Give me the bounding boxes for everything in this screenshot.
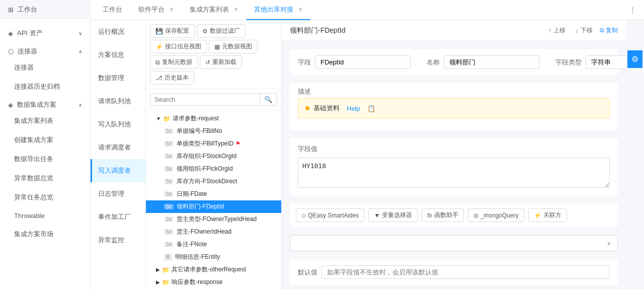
sidebar-item-create-integration[interactable]: 创建集成方案	[0, 130, 90, 150]
name-input[interactable]	[444, 55, 539, 69]
func-icon: fx	[427, 212, 432, 219]
connector-icon: ⬡	[8, 48, 14, 55]
tabs-more-button[interactable]: ⋮	[625, 6, 640, 14]
tab-software[interactable]: 软件平台 ✕	[130, 0, 182, 20]
desc-row: 基础资料 Help 📋	[298, 98, 610, 118]
sidebar-item-api-assets[interactable]: ◈ API 资产 ∨	[0, 24, 90, 43]
qeasy-button[interactable]: ◇ QEasy SmartAides	[296, 208, 364, 222]
reload-button[interactable]: ↺ 重新加载	[200, 55, 242, 69]
tree-node-fbillno[interactable]: Str 单据编号-FBillNo	[146, 125, 281, 137]
copy-meta-button[interactable]: ⧉ 复制元数据	[150, 55, 198, 69]
node-label: 单据类型-FBillTypeID	[177, 139, 233, 148]
form-area: 字段 名称 字段类型	[282, 41, 626, 289]
tree-node-fpickorgid[interactable]: Str 领用组织-FPickOrgId	[146, 163, 281, 175]
sidebar-item-connector-history[interactable]: 连接器历史归档	[0, 77, 90, 96]
tree-node-response[interactable]: ▶ 📁 响应参数-response	[146, 276, 281, 288]
search-input[interactable]	[150, 93, 260, 106]
history-button[interactable]: ⎇ 历史版本	[150, 71, 194, 85]
tree-node-fstockorgid[interactable]: Str 库存组织-FStockOrgId	[146, 150, 281, 163]
type-badge-str: Str	[164, 229, 174, 235]
detail-actions: ↑ 上移 ↓ 下移 ⧉ 复制	[545, 25, 618, 36]
func-helper-button[interactable]: fx 函数助手	[422, 208, 463, 222]
dropdown-row[interactable]: ∨	[290, 235, 618, 251]
folder-icon: 📁	[163, 115, 171, 122]
type-badge-str: Str	[164, 141, 174, 147]
sidebar-item-workbench[interactable]: ⊞ 工作台	[0, 0, 90, 19]
history-label: 历史版本	[165, 74, 189, 82]
default-input[interactable]	[321, 265, 610, 279]
tree-node-fowneridhead[interactable]: Str 货主-FOwnerIdHead	[146, 226, 281, 238]
api-view-button[interactable]: ⚡ 接口信息视图	[150, 40, 207, 53]
data-filter-button[interactable]: ⚙ 数据过滤厂	[197, 24, 246, 38]
meta-view-button[interactable]: ▦ 元数据视图	[209, 40, 258, 53]
value-textarea[interactable]: HY1018	[298, 158, 610, 188]
related-button[interactable]: ⚡ 关联方	[528, 208, 567, 222]
search-button[interactable]: 🔍	[260, 93, 277, 106]
sidebar-item-exception-overview[interactable]: 异常数据总览	[0, 169, 90, 188]
reload-label: 重新加载	[212, 58, 236, 66]
tree-node-fdate[interactable]: Str 日期-FDate	[146, 188, 281, 200]
main-area: 工作台 软件平台 ✕ 集成方案列表 ✕ 其他出库对接 ✕ ⋮ 运行概况	[91, 0, 644, 289]
tree-node-fnote[interactable]: Str 备注-FNote	[146, 238, 281, 251]
up-icon: ↑	[548, 27, 551, 34]
sidebar-item-connectors[interactable]: ⬡ 连接器 ∧	[0, 43, 90, 58]
nav-plan-info[interactable]: 方案信息	[91, 43, 145, 66]
save-config-button[interactable]: 💾 保存配置	[150, 24, 195, 38]
settings-button[interactable]: ⚙	[627, 50, 642, 68]
tree-node-fdeptid[interactable]: Str 领料部门-FDeptId	[146, 200, 281, 213]
variable-button[interactable]: ▼ 变量选择器	[368, 208, 418, 222]
down-button[interactable]: ↓ 下移	[573, 25, 596, 36]
sidebar-item-exception-tasks[interactable]: 异常任务总览	[0, 188, 90, 207]
nav-log-mgmt[interactable]: 日志管理	[91, 182, 145, 205]
sidebar-exception-tasks-label: 异常任务总览	[14, 193, 53, 202]
type-label: 字段类型	[555, 58, 582, 67]
field-input[interactable]	[315, 55, 411, 69]
sidebar-item-integration-list[interactable]: 集成方案列表	[0, 111, 90, 130]
nav-event-factory[interactable]: 事件加工厂	[91, 205, 145, 229]
node-label: 日期-FDate	[177, 190, 207, 198]
tree-node-request-params[interactable]: ▼ 📁 请求参数-request	[146, 112, 281, 125]
mongo-query-button[interactable]: ◎ _mongoQuery	[468, 208, 524, 222]
type-badge-str: Str	[164, 204, 174, 209]
help-link[interactable]: Help	[347, 105, 360, 112]
node-label: 明细信息-FEntity	[175, 253, 220, 261]
sidebar-item-data-export[interactable]: 数据导出任务	[0, 150, 90, 169]
sidebar-marketplace-label: 集成方案市场	[14, 230, 53, 239]
sidebar-item-connector-sub[interactable]: 连接器	[0, 58, 90, 77]
tab-integration-list[interactable]: 集成方案列表 ✕	[182, 0, 246, 20]
up-button[interactable]: ↑ 上移	[545, 25, 569, 36]
nav-log-mgmt-label: 日志管理	[98, 190, 124, 197]
nav-request-queue[interactable]: 请求队列池	[91, 90, 145, 113]
tab-integration-list-close[interactable]: ✕	[234, 7, 238, 12]
nav-exception-monitor[interactable]: 异常监控	[91, 229, 145, 252]
qeasy-label: QEasy SmartAides	[308, 212, 359, 219]
api-view-label: 接口信息视图	[165, 42, 201, 51]
sidebar-item-data-integration[interactable]: ◈ 数据集成方案 ∧	[0, 96, 90, 111]
tab-other-db-close[interactable]: ✕	[298, 7, 302, 12]
nav-event-factory-label: 事件加工厂	[98, 213, 131, 221]
tree-node-fentity[interactable]: 围 明细信息-FEntity	[146, 251, 281, 263]
sidebar-item-marketplace[interactable]: 集成方案市场	[0, 225, 90, 244]
tab-other-db[interactable]: 其他出库对接 ✕	[246, 0, 310, 20]
nav-run-overview-label: 运行概况	[98, 28, 124, 35]
desc-copy-icon[interactable]: 📋	[367, 105, 375, 112]
nav-data-mgmt[interactable]: 数据管理	[91, 66, 145, 90]
copy-button[interactable]: ⧉ 复制	[600, 26, 618, 35]
sidebar-item-throwable[interactable]: Throwable	[0, 207, 90, 225]
expand-icon: ▼	[156, 116, 161, 121]
tree-node-fownertypeidhead[interactable]: Str 货主类型-FOwnerTypeIdHead	[146, 213, 281, 226]
nav-run-overview[interactable]: 运行概况	[91, 20, 145, 43]
sidebar-throwable-label: Throwable	[14, 212, 45, 220]
tab-integration-list-label: 集成方案列表	[190, 5, 229, 14]
nav-request-scheduler[interactable]: 请求调度者	[91, 136, 145, 159]
tab-workbench[interactable]: 工作台	[95, 0, 130, 20]
nav-write-scheduler[interactable]: 写入调度者	[91, 159, 145, 182]
tree-node-fbilltypeid[interactable]: Str 单据类型-FBillTypeID ⚑	[146, 137, 281, 150]
tab-software-close[interactable]: ✕	[170, 7, 174, 12]
tree-node-fstockdirect[interactable]: Str 库存方向-FStockDirect	[146, 175, 281, 188]
tree-node-other-request[interactable]: ▶ 📁 其它请求参数-otherRequest	[146, 263, 281, 276]
detail-header: 领料部门-FDeptId ↑ 上移 ↓ 下移	[282, 20, 626, 41]
type-input[interactable]	[586, 55, 626, 69]
search-icon: 🔍	[264, 96, 273, 103]
nav-write-queue[interactable]: 写入队列池	[91, 113, 145, 136]
